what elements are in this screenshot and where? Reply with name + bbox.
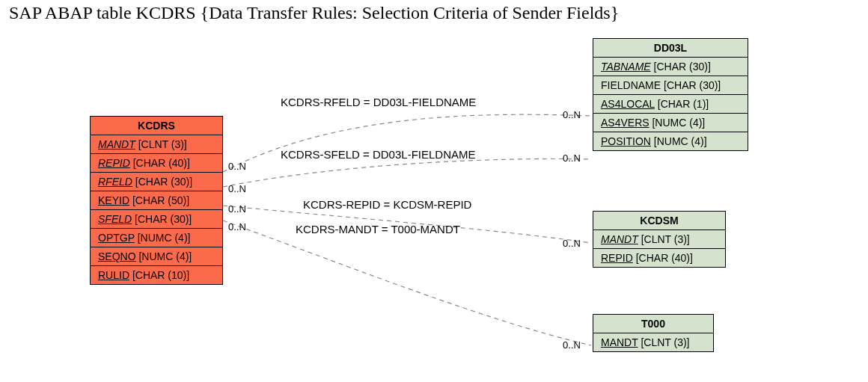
table-row: SFELD [CHAR (30)] — [91, 210, 222, 229]
table-row: FIELDNAME [CHAR (30)] — [593, 76, 748, 95]
table-row: RULID [CHAR (10)] — [91, 266, 222, 284]
cardinality-label: 0..N — [228, 183, 246, 194]
table-kcdrs-header: KCDRS — [91, 117, 222, 135]
table-row: TABNAME [CHAR (30)] — [593, 58, 748, 76]
relation-label: KCDRS-MANDT = T000-MANDT — [296, 223, 460, 235]
relation-label: KCDRS-RFELD = DD03L-FIELDNAME — [281, 96, 476, 108]
table-kcdsm-header: KCDSM — [593, 212, 725, 230]
table-t000-header: T000 — [593, 315, 713, 333]
relation-label: KCDRS-SFELD = DD03L-FIELDNAME — [281, 148, 475, 161]
cardinality-label: 0..N — [228, 161, 246, 172]
table-row: REPID [CHAR (40)] — [593, 249, 725, 267]
table-row: AS4LOCAL [CHAR (1)] — [593, 95, 748, 114]
table-row: MANDT [CLNT (3)] — [593, 333, 713, 351]
table-row: AS4VERS [NUMC (4)] — [593, 114, 748, 132]
table-row: OPTGP [NUMC (4)] — [91, 229, 222, 247]
cardinality-label: 0..N — [563, 339, 581, 351]
table-t000: T000 MANDT [CLNT (3)] — [593, 314, 714, 352]
table-dd03l: DD03L TABNAME [CHAR (30)] FIELDNAME [CHA… — [593, 38, 748, 151]
table-row: POSITION [NUMC (4)] — [593, 132, 748, 150]
cardinality-label: 0..N — [228, 203, 246, 215]
table-row: KEYID [CHAR (50)] — [91, 191, 222, 210]
table-row: RFELD [CHAR (30)] — [91, 173, 222, 191]
table-row: SEQNO [NUMC (4)] — [91, 247, 222, 266]
diagram-stage: SAP ABAP table KCDRS {Data Transfer Rule… — [0, 0, 868, 382]
table-row: MANDT [CLNT (3)] — [593, 230, 725, 249]
cardinality-label: 0..N — [228, 221, 246, 232]
page-title: SAP ABAP table KCDRS {Data Transfer Rule… — [9, 3, 619, 23]
table-row: REPID [CHAR (40)] — [91, 154, 222, 173]
table-dd03l-header: DD03L — [593, 39, 748, 58]
relation-label: KCDRS-REPID = KCDSM-REPID — [303, 198, 471, 211]
table-kcdsm: KCDSM MANDT [CLNT (3)] REPID [CHAR (40)] — [593, 211, 726, 268]
cardinality-label: 0..N — [563, 153, 581, 164]
cardinality-label: 0..N — [563, 238, 581, 249]
cardinality-label: 0..N — [563, 109, 581, 120]
table-row: MANDT [CLNT (3)] — [91, 135, 222, 154]
table-kcdrs: KCDRS MANDT [CLNT (3)] REPID [CHAR (40)]… — [90, 116, 223, 285]
